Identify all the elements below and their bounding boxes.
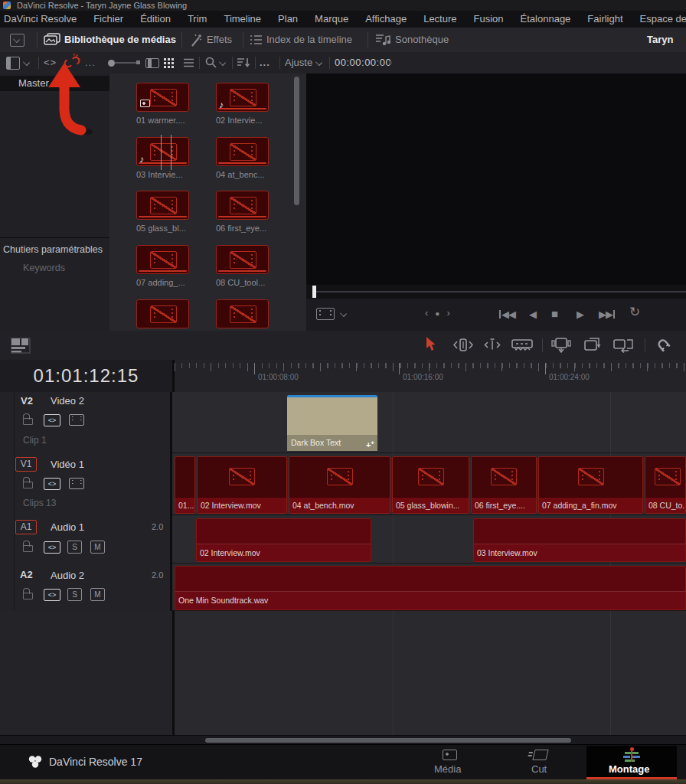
menu-item-etalonnage[interactable]: Étalonnage [512, 11, 580, 28]
go-to-start-button[interactable]: ◀◀ [499, 308, 515, 322]
bin-list-toggle-icon[interactable] [6, 57, 20, 70]
strip-view-icon[interactable] [145, 58, 159, 68]
timeline-clip-title[interactable]: Dark Box Text ++ [287, 395, 377, 451]
insert-clip-icon[interactable] [551, 338, 571, 353]
stop-button[interactable]: ■ [551, 307, 557, 321]
selection-mode-cursor-icon[interactable] [426, 337, 437, 352]
timeline-clip-video[interactable]: 07 adding_a_fin.mov [538, 456, 643, 514]
track-id-destination[interactable]: A1 [15, 520, 37, 534]
track-mute-button[interactable]: M [90, 541, 105, 554]
sort-icon[interactable] [237, 57, 250, 68]
timeline-empty-area[interactable] [175, 611, 686, 735]
timeline-clip-video[interactable]: 08 CU_to... [645, 456, 686, 514]
menu-item-app[interactable]: DaVinci Resolve [0, 11, 85, 28]
track-lock-icon[interactable] [23, 477, 33, 488]
track-id[interactable]: A2 [20, 569, 33, 580]
track-enable-icon[interactable] [69, 478, 84, 489]
menu-item-marque[interactable]: Marque [306, 11, 357, 28]
timeline-clip-audio[interactable]: 03 Interview.mov [473, 518, 686, 562]
menu-item-timeline[interactable]: Timeline [215, 11, 270, 28]
usage-filter-icon[interactable]: <> [44, 52, 57, 74]
play-reverse-button[interactable]: ◀ [529, 308, 536, 322]
page-tab-cut[interactable]: Cut [531, 763, 547, 775]
timeline-clip-audio[interactable]: 02 Interview.mov [196, 518, 371, 562]
media-clip-partial[interactable] [136, 299, 189, 328]
timeline-clip-video[interactable]: 05 glass_blowin... [392, 456, 469, 514]
dynamic-trim-mode-icon[interactable] [482, 338, 502, 351]
timeline-index-toggle[interactable]: Index de la timeline [266, 28, 352, 51]
track-autoselect-icon[interactable]: <> [44, 541, 60, 554]
list-view-icon[interactable] [184, 58, 194, 67]
viewer-mode-chevron-icon[interactable] [340, 310, 347, 317]
track-solo-button[interactable]: S [67, 588, 82, 601]
viewer-zoom-select[interactable]: Ajuste [285, 52, 312, 74]
razor-edit-mode-icon[interactable] [511, 339, 533, 351]
media-clip-partial[interactable] [216, 299, 269, 328]
timeline-clip-video[interactable]: 02 Interview.mov [197, 456, 287, 514]
menu-item-edition[interactable]: Édition [132, 11, 179, 28]
media-pool-toggle[interactable]: Bibliothèque de médias [64, 28, 176, 51]
track-name[interactable]: Audio 2 [51, 570, 84, 581]
media-clip[interactable]: ♪ 03 Intervie... [136, 137, 194, 179]
thumb-size-slider-knob[interactable] [108, 60, 115, 67]
timeline-clip-video[interactable]: 06 first_eye.... [471, 456, 537, 514]
play-button[interactable]: ▶ [577, 308, 583, 322]
track-header-v2[interactable]: V2 Video 2 <> Clip 1 [0, 392, 172, 453]
track-autoselect-icon[interactable]: <> [44, 589, 60, 601]
page-tab-montage[interactable]: Montage [609, 763, 649, 775]
scrubber-playhead[interactable] [312, 286, 316, 298]
replace-clip-icon[interactable] [613, 338, 635, 353]
media-clip[interactable]: 06 first_eye... [216, 191, 274, 233]
overwrite-clip-icon[interactable] [583, 338, 603, 353]
track-name[interactable]: Audio 1 [51, 521, 84, 533]
viewer-scrubber[interactable] [306, 285, 686, 299]
track-enable-icon[interactable] [69, 414, 84, 426]
page-tab-media[interactable]: Média [434, 763, 461, 775]
window-titlebar[interactable]: DaVinci Resolve - Taryn Jayne Glass Blow… [0, 0, 686, 11]
snapping-magnet-icon[interactable] [655, 337, 672, 354]
track-header-v1[interactable]: V1 Vidéo 1 <> Clips 13 [0, 453, 172, 515]
track-name[interactable]: Video 2 [51, 395, 84, 407]
track-autoselect-icon[interactable]: <> [44, 478, 60, 490]
proxy-dots-icon[interactable]: ... [85, 52, 96, 74]
track-id-destination[interactable]: V1 [15, 457, 37, 472]
jog-control[interactable]: ‹●› [425, 307, 457, 318]
menu-item-fairlight[interactable]: Fairlight [579, 11, 631, 28]
media-clip[interactable]: 05 glass_bl... [136, 191, 194, 233]
thumbnail-view-icon[interactable] [164, 58, 175, 68]
go-to-end-button[interactable]: ▶▶ [599, 308, 615, 322]
menu-item-fichier[interactable]: Fichier [85, 11, 132, 28]
search-icon[interactable] [205, 57, 217, 69]
media-clip[interactable]: ♪ 02 Intervie... [216, 83, 274, 125]
media-clip[interactable]: 04 at_benc... [216, 137, 274, 179]
menu-item-plan[interactable]: Plan [270, 11, 306, 28]
viewer-mode-icon[interactable] [316, 308, 335, 320]
timeline-clip-audio[interactable]: One Min Soundtrack.wav [175, 566, 686, 610]
track-lock-icon[interactable] [23, 541, 33, 552]
timeline-clip-video[interactable]: 01... [175, 456, 195, 514]
bin-item-master[interactable]: Master [0, 76, 109, 91]
smart-bin-keywords[interactable]: Keywords [23, 263, 65, 273]
menu-item-lecture[interactable]: Lecture [415, 11, 465, 28]
media-pool-scrollbar[interactable] [294, 77, 299, 205]
track-header-a2[interactable]: A2 Audio 2 2.0 <> S M [0, 564, 172, 611]
thumb-size-slider[interactable] [115, 62, 137, 64]
track-autoselect-icon[interactable]: <> [44, 414, 60, 426]
track-lock-icon[interactable] [23, 588, 33, 599]
relink-media-icon[interactable] [64, 54, 81, 71]
trim-edit-mode-icon[interactable] [453, 338, 473, 351]
track-id[interactable]: V2 [21, 395, 33, 407]
timeline-clip-video[interactable]: 04 at_bench.mov [289, 456, 390, 514]
menu-item-trim[interactable]: Trim [179, 11, 216, 28]
menu-item-fusion[interactable]: Fusion [466, 11, 512, 28]
timeline-ruler[interactable]: 01:00:08:00 01:00:16:00 01:00:24:00 [175, 360, 686, 393]
loop-button[interactable]: ↻ [629, 306, 639, 318]
timeline-view-options-icon[interactable] [11, 338, 31, 354]
smart-bins-header[interactable]: Chutiers paramétrables [0, 237, 113, 255]
sound-library-toggle[interactable]: Sonothèque [395, 28, 449, 51]
media-clip[interactable]: 08 CU_tool... [216, 245, 274, 287]
effects-toggle[interactable]: Effets [207, 28, 232, 51]
more-options-icon[interactable]: ... [260, 52, 270, 74]
track-lock-icon[interactable] [23, 413, 33, 425]
menu-item-espace[interactable]: Espace de travail [632, 11, 686, 28]
